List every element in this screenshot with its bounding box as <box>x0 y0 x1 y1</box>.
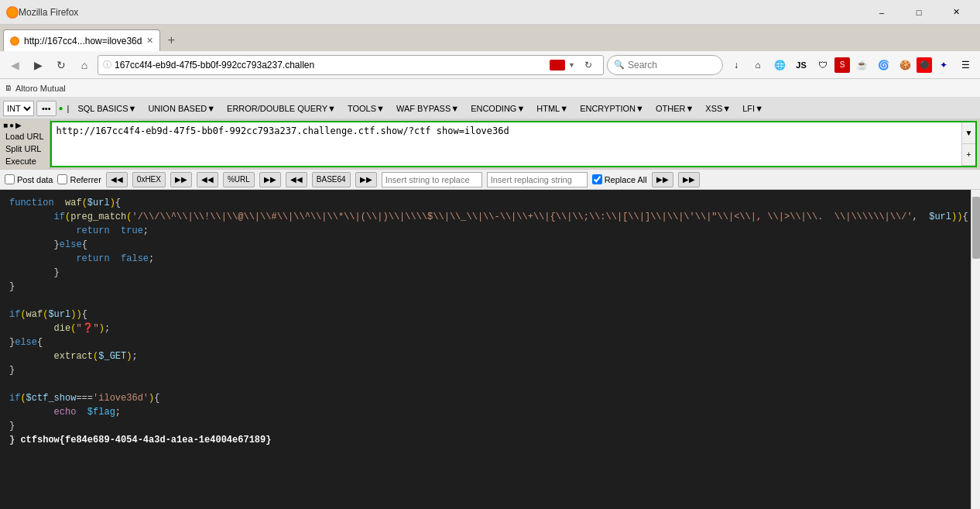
code-line-18: } ctfshow{fe84e689-4054-4a3d-a1ea-1e4004… <box>9 433 971 447</box>
download-icon-btn[interactable]: ↓ <box>726 55 746 75</box>
globe-icon-btn[interactable]: 🌐 <box>769 55 790 75</box>
close-button[interactable]: ✕ <box>938 2 974 23</box>
left-icon3[interactable]: ▶ <box>15 121 22 129</box>
hamburger-menu[interactable]: ☰ <box>955 55 975 75</box>
insert-replace-input[interactable] <box>382 172 482 187</box>
main-content: INT ••• ● | SQL BASICS▼ UNION BASED▼ ERR… <box>0 98 980 509</box>
replace-all-checkbox[interactable] <box>592 174 602 184</box>
tab-close-button[interactable]: ✕ <box>146 36 153 46</box>
split-url-btn[interactable]: Split URL <box>3 143 46 154</box>
search-icon: 🔍 <box>614 60 625 70</box>
tools-menu[interactable]: TOOLS▼ <box>343 101 389 116</box>
search-input[interactable] <box>628 60 705 71</box>
extension4-btn[interactable]: ⚫ <box>917 57 932 73</box>
int-select[interactable]: INT <box>3 101 34 116</box>
action-bar: Post data Referrer ◀◀ 0xHEX ▶▶ ◀◀ %URL ▶… <box>0 170 980 190</box>
other-menu[interactable]: OTHER▼ <box>651 101 698 116</box>
lfi-menu[interactable]: LFI▼ <box>738 101 768 116</box>
code-line-7: } <box>9 280 971 294</box>
post-data-input[interactable] <box>5 174 15 184</box>
url-bar[interactable] <box>115 60 547 71</box>
lock-icon: ⓘ <box>103 59 111 71</box>
insert-replacing-input[interactable] <box>487 172 588 187</box>
url-section: ■ ● ▶ Load URL Split URL Execute http://… <box>0 119 980 170</box>
extension2-btn[interactable]: ☕ <box>852 55 872 75</box>
post-data-checkbox[interactable]: Post data <box>5 174 53 184</box>
url-encode-right-btn[interactable]: ▶▶ <box>259 172 281 187</box>
minimize-button[interactable]: – <box>864 2 899 23</box>
url-input-area: http://167cc4f4-eb9d-47f5-bb0f-992cc793a… <box>50 121 977 167</box>
sql-basics-menu[interactable]: SQL BASICS▼ <box>73 101 141 116</box>
new-tab-button[interactable]: + <box>160 29 182 51</box>
shield-icon-btn[interactable]: 🛡 <box>813 55 833 75</box>
encoding-menu[interactable]: ENCODING▼ <box>466 101 529 116</box>
int-dots-btn[interactable]: ••• <box>36 101 57 116</box>
left-icon1[interactable]: ■ <box>3 121 8 129</box>
left-icon2[interactable]: ● <box>9 121 14 129</box>
tab-favicon <box>10 36 19 46</box>
code-line-10: die("❓"); <box>9 322 971 335</box>
scrollbar-thumb[interactable] <box>972 197 980 259</box>
left-panel: ■ ● ▶ Load URL Split URL Execute <box>0 119 50 169</box>
url-side-btn-top[interactable]: ▼ <box>962 122 975 144</box>
referrer-checkbox[interactable]: Referrer <box>57 174 101 184</box>
code-line-8 <box>9 294 971 308</box>
url-decode-left-btn[interactable]: ◀◀ <box>197 172 218 187</box>
url-dropdown-icon[interactable]: ▼ <box>568 61 575 69</box>
load-url-btn[interactable]: Load URL <box>3 131 46 142</box>
code-line-15: if($ctf_show==='ilove36d'){ <box>9 391 971 405</box>
hex-encode-right-btn[interactable]: ▶▶ <box>170 172 192 187</box>
union-based-menu[interactable]: UNION BASED▼ <box>143 101 220 116</box>
extension5-btn[interactable]: ✦ <box>934 55 954 75</box>
encryption-menu[interactable]: ENCRYPTION▼ <box>575 101 649 116</box>
reload-button[interactable]: ↻ <box>51 55 71 75</box>
cookie-icon-btn[interactable]: 🍪 <box>895 55 915 75</box>
toolbar-icons: ↓ ⌂ 🌐 JS 🛡 S ☕ 🌀 🍪 ⚫ ✦ ☰ <box>726 55 975 75</box>
url-side-btns: ▼ + <box>961 122 975 166</box>
execute-btn[interactable]: Execute <box>3 156 46 167</box>
green-dot-icon: ● <box>59 104 63 112</box>
search-bar-wrapper: 🔍 <box>607 55 723 75</box>
xss-menu[interactable]: XSS▼ <box>701 101 735 116</box>
code-line-17: } <box>9 419 971 433</box>
forward-button[interactable]: ▶ <box>28 55 48 75</box>
replace-all-btn[interactable]: ▶▶ <box>652 172 673 187</box>
code-line-12: extract($_GET); <box>9 349 971 363</box>
code-line-1: function waf($url){ <box>9 196 971 210</box>
url-side-btn-bottom[interactable]: + <box>962 144 975 166</box>
url-label-btn[interactable]: %URL <box>223 172 255 187</box>
home-button[interactable]: ⌂ <box>74 55 94 75</box>
referrer-input[interactable] <box>57 174 67 184</box>
navbar: ◀ ▶ ↻ ⌂ ⓘ ▼ ↻ 🔍 ↓ ⌂ 🌐 JS 🛡 S ☕ 🌀 🍪 ⚫ ✦ ☰ <box>0 51 980 79</box>
sqli-separator: | <box>67 104 70 113</box>
home-icon-btn[interactable]: ⌂ <box>748 55 768 75</box>
back-button[interactable]: ◀ <box>5 55 25 75</box>
hex-decode-left-btn[interactable]: ◀◀ <box>106 172 128 187</box>
js-icon-btn[interactable]: JS <box>791 55 811 75</box>
addon-label[interactable]: Altoro Mutual <box>15 84 66 93</box>
refresh-button[interactable]: ↻ <box>578 55 598 75</box>
extension1-btn[interactable]: S <box>834 57 850 73</box>
error-double-query-menu[interactable]: ERROR/DOUBLE QUERY▼ <box>222 101 341 116</box>
extra-btn[interactable]: ▶▶ <box>678 172 700 187</box>
b64-decode-left-btn[interactable]: ◀◀ <box>286 172 307 187</box>
code-line-14 <box>9 377 971 391</box>
code-line-6: } <box>9 266 971 280</box>
code-line-11: }else{ <box>9 335 971 349</box>
code-line-16: echo $flag; <box>9 405 971 419</box>
replace-all-label[interactable]: Replace All <box>592 174 647 184</box>
flag-icon <box>550 60 565 71</box>
b64-label-btn[interactable]: BASE64 <box>312 172 351 187</box>
active-tab[interactable]: http://167cc4...how=ilove36d ✕ <box>3 29 160 51</box>
vertical-scrollbar[interactable] <box>971 190 980 509</box>
code-line-13: } <box>9 363 971 377</box>
b64-encode-right-btn[interactable]: ▶▶ <box>355 172 377 187</box>
maximize-button[interactable]: □ <box>901 2 937 23</box>
url-textarea[interactable]: http://167cc4f4-eb9d-47f5-bb0f-992cc793a… <box>52 122 961 166</box>
code-line-9: if(waf($url)){ <box>9 308 971 322</box>
firefox-logo-icon <box>6 6 19 19</box>
waf-bypass-menu[interactable]: WAF BYPASS▼ <box>392 101 464 116</box>
html-menu[interactable]: HTML▼ <box>532 101 573 116</box>
extension3-btn[interactable]: 🌀 <box>873 55 893 75</box>
hex-label-btn[interactable]: 0xHEX <box>132 172 166 187</box>
